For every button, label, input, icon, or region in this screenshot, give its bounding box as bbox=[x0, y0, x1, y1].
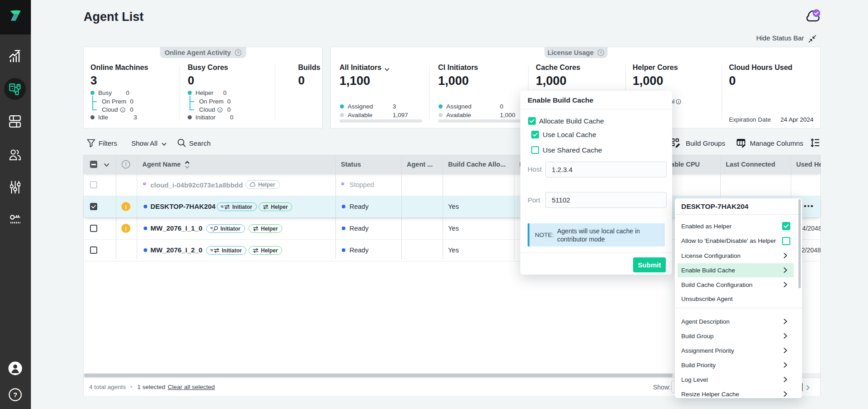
svg-text:?: ? bbox=[599, 50, 602, 55]
svg-text:i: i bbox=[122, 108, 123, 112]
svg-text:i: i bbox=[678, 100, 679, 104]
svg-text:?: ? bbox=[237, 50, 239, 55]
svg-text:?: ? bbox=[13, 391, 17, 399]
svg-text:!: ! bbox=[125, 162, 127, 167]
svg-text:i: i bbox=[219, 108, 220, 112]
